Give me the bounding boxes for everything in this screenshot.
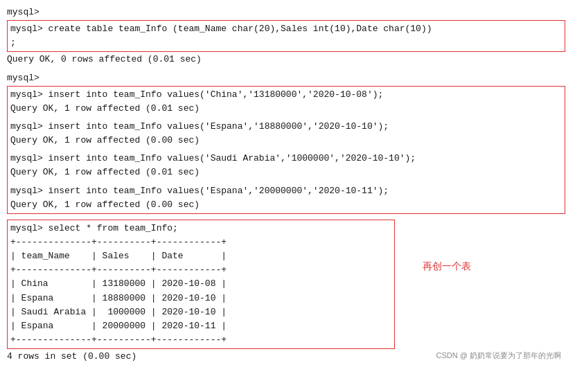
insert-cmd-2: mysql> insert into team_Info values('Esp… — [10, 120, 562, 134]
select-cmd: mysql> select * from team_Info; — [10, 222, 391, 235]
table-header-border: +--------------+----------+------------+ — [10, 263, 391, 277]
create-table-block: mysql> create table team_Info (team_Name… — [7, 20, 565, 52]
table-border-top: +--------------+----------+------------+ — [10, 235, 391, 249]
insert-out-4: Query OK, 1 row affected (0.00 sec) — [10, 198, 562, 212]
table-border-bottom: +--------------+----------+------------+ — [10, 333, 391, 347]
table-row-4: | Espana | 20000000 | 2020-10-11 | — [10, 319, 391, 333]
insert-cmd-1: mysql> insert into team_Info values('Chi… — [10, 88, 562, 102]
insert-block: mysql> insert into team_Info values('Chi… — [7, 86, 565, 214]
table-row-3: | Saudi Arabia | 1000000 | 2020-10-10 | — [10, 305, 391, 319]
prompt-before-inserts: mysql> — [7, 71, 568, 85]
create-cmd-line1: mysql> create table team_Info (team_Name… — [10, 22, 562, 36]
create-output: Query OK, 0 rows affected (0.01 sec) — [7, 53, 568, 66]
insert-out-3: Query OK, 1 row affected (0.01 sec) — [10, 166, 562, 179]
insert-out-2: Query OK, 1 row affected (0.00 sec) — [10, 134, 562, 148]
select-block: mysql> select * from team_Info; +-------… — [7, 220, 395, 349]
table-row-1: | China | 13180000 | 2020-10-08 | — [10, 277, 391, 291]
insert-cmd-4: mysql> insert into team_Info values('Esp… — [10, 184, 562, 198]
table-row-2: | Espana | 18880000 | 2020-10-10 | — [10, 292, 391, 305]
create-cmd-line2: ; — [10, 36, 562, 50]
table-header: | team_Name | Sales | Date | — [10, 249, 391, 263]
terminal-area: mysql> mysql> create table team_Info (te… — [7, 6, 568, 364]
footer-text: CSDN @ 奶奶常说要为了那年的光啊 — [436, 350, 561, 361]
initial-prompt-line: mysql> — [7, 6, 568, 19]
insert-cmd-3: mysql> insert into team_Info values('Sau… — [10, 152, 562, 166]
insert-out-1: Query OK, 1 row affected (0.01 sec) — [10, 102, 562, 116]
annotation-text: 再创一个表 — [423, 260, 471, 273]
